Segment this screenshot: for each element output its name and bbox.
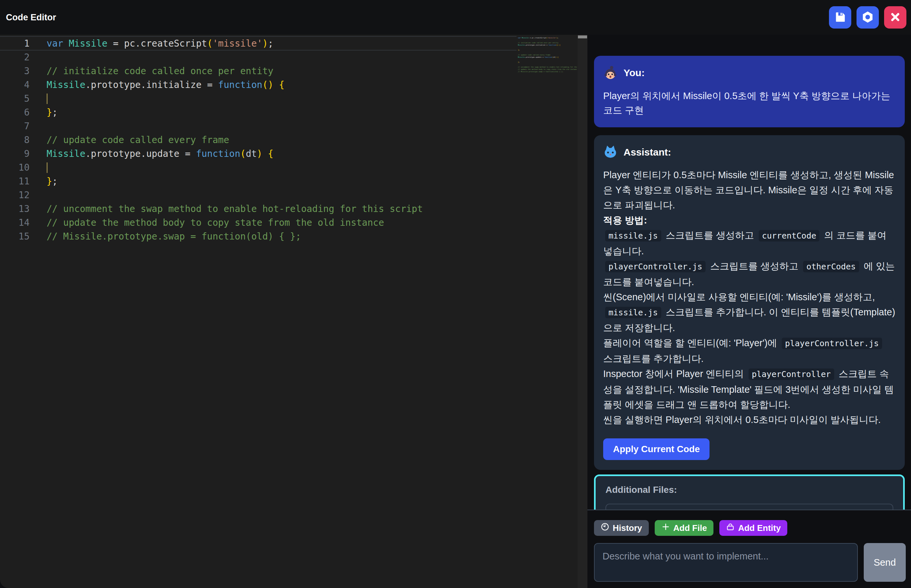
code-line[interactable]: 1var Missile = pc.createScript('missile'… — [0, 36, 517, 50]
assistant-paragraph: Player 엔티티가 0.5초마다 Missile 엔티티를 생성하고, 생성… — [603, 167, 896, 213]
code-lines: 1var Missile = pc.createScript('missile'… — [0, 36, 517, 244]
save-floppy-icon — [834, 11, 846, 24]
add-entity-button[interactable]: Add Entity — [719, 520, 787, 536]
clock-icon — [601, 522, 609, 533]
user-message: You: Player의 위치에서 Missile이 0.5초에 한 발씩 Y축… — [594, 56, 905, 127]
code-line[interactable]: 7 — [0, 120, 517, 133]
close-icon — [889, 11, 901, 24]
send-button[interactable]: Send — [864, 543, 906, 582]
additional-files-panel: Additional Files: playerController.js Cr… — [594, 475, 905, 510]
assistant-paragraph: Inspector 창에서 Player 엔티티의 playerControll… — [603, 366, 896, 412]
user-avatar-icon — [603, 66, 618, 80]
code-line[interactable]: 2 — [0, 50, 517, 64]
assistant-paragraph: 적용 방법: — [603, 213, 896, 228]
entity-box-icon — [726, 522, 735, 533]
code-line[interactable]: 5 — [0, 92, 517, 106]
user-message-text: Player의 위치에서 Missile이 0.5초에 한 발씩 Y축 방향으로… — [603, 89, 896, 118]
add-file-button[interactable]: Add File — [655, 520, 714, 536]
assistant-paragraph: 플레이어 역할을 할 엔티티(예: 'Player')에 playerContr… — [603, 335, 896, 366]
save-button[interactable] — [829, 6, 851, 29]
code-line[interactable]: 3// initialize code called once per enti… — [0, 64, 517, 78]
code-line[interactable]: 10 — [0, 161, 517, 174]
topbar-actions — [829, 6, 906, 29]
assistant-avatar-icon — [603, 145, 618, 160]
code-line[interactable]: 13// uncomment the swap method to enable… — [0, 202, 517, 216]
scrollbar-thumb[interactable] — [578, 36, 587, 39]
history-button[interactable]: History — [594, 520, 649, 536]
code-line[interactable]: 14// update the method body to copy stat… — [0, 216, 517, 230]
top-bar: Code Editor — [0, 0, 911, 35]
user-label: You: — [623, 67, 644, 78]
code-line[interactable]: 12 — [0, 188, 517, 202]
additional-files-label: Additional Files: — [606, 485, 893, 495]
code-line[interactable]: 6}; — [0, 106, 517, 120]
code-line[interactable]: 15// Missile.prototype.swap = function(o… — [0, 230, 517, 244]
assistant-paragraph: 씬(Scene)에서 미사일로 사용할 엔티티(예: 'Missile')를 생… — [603, 289, 896, 335]
chat-panel: You: Player의 위치에서 Missile이 0.5초에 한 발씩 Y축… — [588, 35, 911, 588]
code-line[interactable]: 9Missile.prototype.update = function(dt)… — [0, 147, 517, 161]
assistant-message-header: Assistant: — [603, 145, 896, 160]
history-label: History — [613, 523, 642, 533]
page-title: Code Editor — [6, 13, 56, 23]
file-card: playerController.js Create New file — [606, 504, 893, 510]
gear-icon — [861, 11, 874, 24]
minimap[interactable]: var Missile = pc.createScript('missile')… — [518, 37, 577, 73]
code-line[interactable]: 4Missile.prototype.initialize = function… — [0, 78, 517, 92]
chat-scroll-area[interactable]: You: Player의 위치에서 Missile이 0.5초에 한 발씩 Y축… — [594, 35, 905, 510]
assistant-message-body: Player 엔티티가 0.5초마다 Missile 엔티티를 생성하고, 생성… — [603, 167, 896, 427]
apply-current-code-button[interactable]: Apply Current Code — [603, 438, 709, 460]
composer: History Add File Add Entity — [588, 510, 911, 588]
assistant-label: Assistant: — [623, 147, 671, 158]
settings-button[interactable] — [856, 6, 879, 29]
code-editor[interactable]: 1var Missile = pc.createScript('missile'… — [0, 35, 588, 588]
add-file-label: Add File — [674, 523, 707, 533]
add-entity-label: Add Entity — [738, 523, 781, 533]
code-line[interactable]: 8// update code called every frame — [0, 133, 517, 147]
assistant-paragraph: playerController.js 스크립트를 생성하고 otherCode… — [603, 258, 896, 289]
code-line[interactable]: 11}; — [0, 174, 517, 188]
user-message-header: You: — [603, 66, 896, 80]
editor-scrollbar[interactable] — [578, 35, 588, 588]
assistant-message: Assistant: Player 엔티티가 0.5초마다 Missile 엔티… — [594, 135, 905, 470]
message-input[interactable] — [594, 543, 858, 582]
assistant-paragraph: 씬을 실행하면 Player의 위치에서 0.5초마다 미사일이 발사됩니다. — [603, 412, 896, 427]
plus-icon — [661, 522, 670, 533]
assistant-paragraph: missile.js 스크립트를 생성하고 currentCode 의 코드를 … — [603, 228, 896, 258]
close-button[interactable] — [884, 6, 906, 29]
